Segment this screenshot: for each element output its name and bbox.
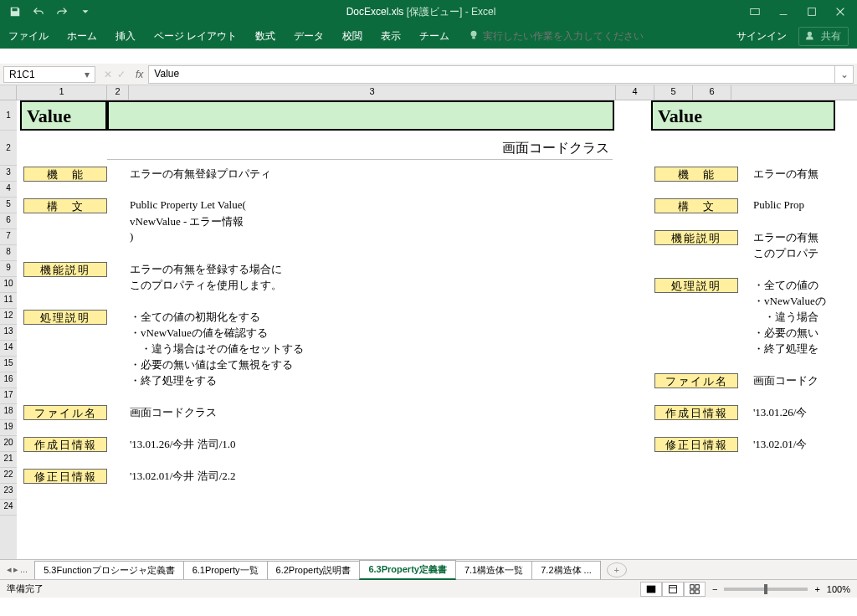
col-header[interactable]: 6: [693, 85, 731, 100]
undo-icon[interactable]: [28, 2, 49, 22]
cell-text[interactable]: ・vNewValueの値を確認する: [130, 326, 268, 341]
label-file[interactable]: ファイル名: [23, 405, 107, 420]
cell-text[interactable]: Public Prop: [753, 198, 804, 212]
header-cell[interactable]: Value: [20, 100, 107, 131]
tab-formulas[interactable]: 数式: [255, 26, 275, 47]
save-icon[interactable]: [5, 2, 25, 22]
col-header[interactable]: 4: [616, 85, 654, 100]
label-func-desc[interactable]: 機能説明: [654, 230, 738, 245]
cell-text[interactable]: このプロパティを使用します。: [130, 278, 282, 293]
fx-icon[interactable]: fx: [131, 69, 148, 80]
cell-text[interactable]: '13.01.26/今井 浩司/1.0: [130, 437, 236, 452]
col-header[interactable]: 2: [107, 85, 129, 100]
tab-pagelayout[interactable]: ページ レイアウト: [154, 26, 237, 47]
cell-text[interactable]: ・vNewValueの: [753, 294, 826, 309]
row-header[interactable]: 24: [0, 500, 17, 516]
zoom-in-icon[interactable]: +: [814, 584, 819, 594]
formula-bar[interactable]: Value: [148, 65, 835, 84]
cell-text[interactable]: ・全ての値の初期化をする: [130, 310, 260, 325]
qat-customize-icon[interactable]: [75, 2, 95, 22]
share-button[interactable]: 共有: [798, 27, 849, 46]
row-header[interactable]: 5: [0, 198, 17, 213]
label-syntax[interactable]: 構 文: [654, 198, 738, 213]
cell-text[interactable]: Public Property Let Value(: [130, 198, 246, 212]
label-syntax[interactable]: 構 文: [23, 198, 107, 213]
page-break-icon[interactable]: [684, 582, 706, 597]
header-cell-right[interactable]: Value: [651, 100, 835, 131]
zoom-level[interactable]: 100%: [827, 584, 850, 594]
new-sheet-icon[interactable]: +: [607, 562, 627, 578]
row-header[interactable]: 11: [0, 293, 17, 309]
zoom-out-icon[interactable]: −: [712, 584, 717, 594]
cell-text[interactable]: エラーの有無登録プロパティ: [130, 167, 271, 182]
label-created[interactable]: 作成日情報: [23, 437, 107, 452]
row-header[interactable]: 17: [0, 388, 17, 404]
cell-text[interactable]: 画面コードクラス: [130, 405, 217, 420]
cell-grid[interactable]: Value Value 画面コードクラス 機 能 エラーの有無登録プロパティ 構…: [17, 100, 857, 559]
col-header[interactable]: 1: [17, 85, 107, 100]
row-header[interactable]: 13: [0, 325, 17, 341]
sheet-tab[interactable]: 6.2Property説明書: [267, 561, 361, 579]
cell-text[interactable]: ・必要の無い: [753, 326, 819, 341]
cell-text[interactable]: '13.02.01/今井 浩司/2.2: [130, 469, 236, 484]
row-header[interactable]: 12: [0, 309, 17, 325]
cell-text[interactable]: ・終了処理を: [753, 341, 819, 357]
cancel-fx-icon[interactable]: ✕: [104, 69, 112, 80]
row-header[interactable]: 4: [0, 182, 17, 198]
label-function[interactable]: 機 能: [654, 167, 738, 182]
row-header[interactable]: 8: [0, 245, 17, 261]
row-header[interactable]: 3: [0, 166, 17, 182]
tab-file[interactable]: ファイル: [8, 26, 49, 47]
cell-text[interactable]: ・全ての値の: [753, 278, 819, 293]
signin-link[interactable]: サインイン: [736, 29, 787, 44]
row-header[interactable]: 6: [0, 213, 17, 229]
tab-data[interactable]: データ: [294, 26, 324, 47]
col-header[interactable]: 5: [654, 85, 693, 100]
label-modified[interactable]: 修正日情報: [23, 469, 107, 484]
class-title[interactable]: 画面コードクラス: [107, 138, 613, 160]
row-header[interactable]: 2: [0, 131, 17, 166]
tellme-input[interactable]: [483, 30, 650, 42]
zoom-slider[interactable]: [724, 588, 808, 591]
row-header[interactable]: 15: [0, 357, 17, 372]
cell-text[interactable]: このプロパテ: [753, 246, 819, 261]
cell-text[interactable]: エラーの有無: [753, 167, 819, 182]
chevron-down-icon[interactable]: ▾: [85, 69, 90, 80]
row-header[interactable]: 16: [0, 372, 17, 388]
maximize-icon[interactable]: [798, 2, 825, 22]
label-modified[interactable]: 修正日情報: [654, 437, 738, 452]
select-all[interactable]: [0, 85, 17, 100]
cell-text[interactable]: vNewValue - エラー情報: [130, 214, 244, 229]
cell-text[interactable]: ・必要の無い値は全て無視をする: [130, 357, 293, 372]
row-header[interactable]: 18: [0, 404, 17, 420]
sheet-tab[interactable]: 7.2構造体 ...: [531, 561, 601, 579]
row-header[interactable]: 23: [0, 484, 17, 500]
tab-insert[interactable]: 挿入: [115, 26, 136, 47]
sheet-tab[interactable]: 6.3Property定義書: [359, 560, 456, 580]
tab-nav-more[interactable]: ...: [20, 564, 28, 575]
label-created[interactable]: 作成日情報: [654, 405, 738, 420]
tab-team[interactable]: チーム: [419, 26, 449, 47]
cell-text[interactable]: ): [130, 230, 133, 244]
row-header[interactable]: 7: [0, 229, 17, 245]
cell-text[interactable]: エラーの有無を登録する場合に: [130, 262, 282, 277]
header-cell-merge[interactable]: [107, 100, 614, 131]
page-layout-icon[interactable]: [662, 582, 684, 597]
name-box[interactable]: R1C1▾: [3, 66, 95, 83]
row-header[interactable]: 14: [0, 341, 17, 357]
row-header[interactable]: 1: [0, 100, 17, 131]
cell-text[interactable]: ・違う場合: [753, 310, 819, 325]
row-header[interactable]: 21: [0, 452, 17, 468]
col-header[interactable]: 3: [129, 85, 616, 100]
redo-icon[interactable]: [52, 2, 72, 22]
sheet-tab[interactable]: 6.1Property一覧: [183, 561, 268, 579]
label-func-desc[interactable]: 機能説明: [23, 262, 107, 277]
enter-fx-icon[interactable]: ✓: [117, 69, 126, 80]
ribbon-options-icon[interactable]: [742, 2, 768, 22]
cell-text[interactable]: ・終了処理をする: [130, 373, 217, 388]
expand-fx-icon[interactable]: ⌄: [835, 65, 854, 84]
tab-review[interactable]: 校閲: [342, 26, 362, 47]
minimize-icon[interactable]: [770, 2, 797, 22]
tab-nav-prev-icon[interactable]: ◂: [7, 564, 12, 575]
cell-text[interactable]: '13.02.01/今: [753, 437, 807, 452]
